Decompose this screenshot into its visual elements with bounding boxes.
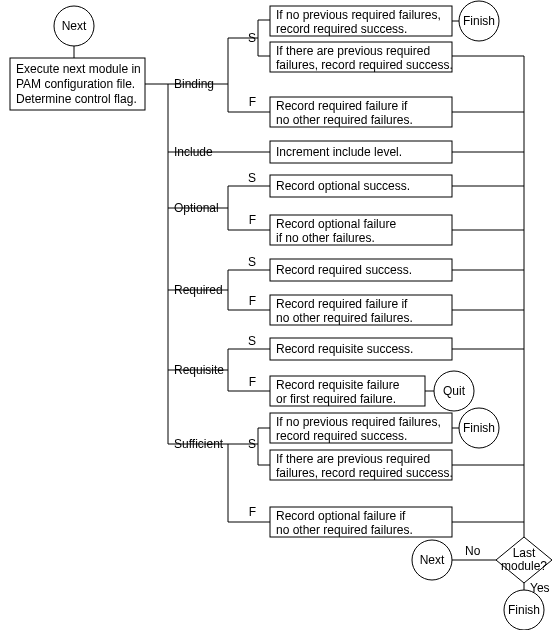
flag-requisite-label: Requisite bbox=[174, 363, 224, 377]
required-f-label: F bbox=[249, 294, 256, 308]
decision-l1: Last bbox=[513, 546, 536, 560]
required-s-l1: Record required success. bbox=[276, 263, 412, 277]
sufficient-s2-l1: If there are previous required bbox=[276, 452, 430, 466]
flag-include-label: Include bbox=[174, 145, 213, 159]
quit-label: Quit bbox=[443, 384, 466, 398]
flag-sufficient-label: Sufficient bbox=[174, 437, 224, 451]
sufficient-s-label: S bbox=[248, 437, 256, 451]
flag-optional-label: Optional bbox=[174, 201, 219, 215]
sufficient-s2-l2: failures, record required success. bbox=[276, 466, 453, 480]
required-f-l1: Record required failure if bbox=[276, 297, 408, 311]
sufficient-finish-label: Finish bbox=[463, 421, 495, 435]
binding-s2-l2: failures, record required success. bbox=[276, 58, 453, 72]
requisite-s-l1: Record requisite success. bbox=[276, 342, 413, 356]
sufficient-s1-l1: If no previous required failures, bbox=[276, 415, 441, 429]
optional-f-label: F bbox=[249, 213, 256, 227]
optional-f-l1: Record optional failure bbox=[276, 217, 396, 231]
optional-s-l1: Record optional success. bbox=[276, 179, 410, 193]
binding-s1-l2: record required success. bbox=[276, 22, 407, 36]
binding-s-label: S bbox=[248, 31, 256, 45]
decision-l2: module? bbox=[501, 559, 547, 573]
binding-f-l2: no other required failures. bbox=[276, 113, 413, 127]
optional-f-l2: if no other failures. bbox=[276, 231, 375, 245]
binding-s1-l1: If no previous required failures, bbox=[276, 8, 441, 22]
optional-s-label: S bbox=[248, 171, 256, 185]
finish-label: Finish bbox=[508, 603, 540, 617]
sufficient-s1-l2: record required success. bbox=[276, 429, 407, 443]
flag-required-label: Required bbox=[174, 283, 223, 297]
sufficient-f-l2: no other required failures. bbox=[276, 523, 413, 537]
binding-f-label: F bbox=[249, 95, 256, 109]
required-s-label: S bbox=[248, 255, 256, 269]
binding-s2-l1: If there are previous required bbox=[276, 44, 430, 58]
binding-finish-label: Finish bbox=[463, 14, 495, 28]
requisite-f-l1: Record requisite failure bbox=[276, 378, 400, 392]
sufficient-f-label: F bbox=[249, 505, 256, 519]
decision-no: No bbox=[465, 544, 481, 558]
execute-l3: Determine control flag. bbox=[16, 92, 137, 106]
flag-binding-label: Binding bbox=[174, 77, 214, 91]
next-label: Next bbox=[420, 553, 445, 567]
start-next-label: Next bbox=[62, 19, 87, 33]
required-f-l2: no other required failures. bbox=[276, 311, 413, 325]
sufficient-f-l1: Record optional failure if bbox=[276, 509, 406, 523]
execute-l1: Execute next module in bbox=[16, 62, 141, 76]
binding-f-l1: Record required failure if bbox=[276, 99, 408, 113]
requisite-f-label: F bbox=[249, 375, 256, 389]
include-l1: Increment include level. bbox=[276, 145, 402, 159]
requisite-s-label: S bbox=[248, 334, 256, 348]
pam-flow-diagram: Next Execute next module in PAM configur… bbox=[0, 0, 555, 630]
execute-l2: PAM configuration file. bbox=[16, 77, 135, 91]
requisite-f-l2: or first required failure. bbox=[276, 392, 396, 406]
